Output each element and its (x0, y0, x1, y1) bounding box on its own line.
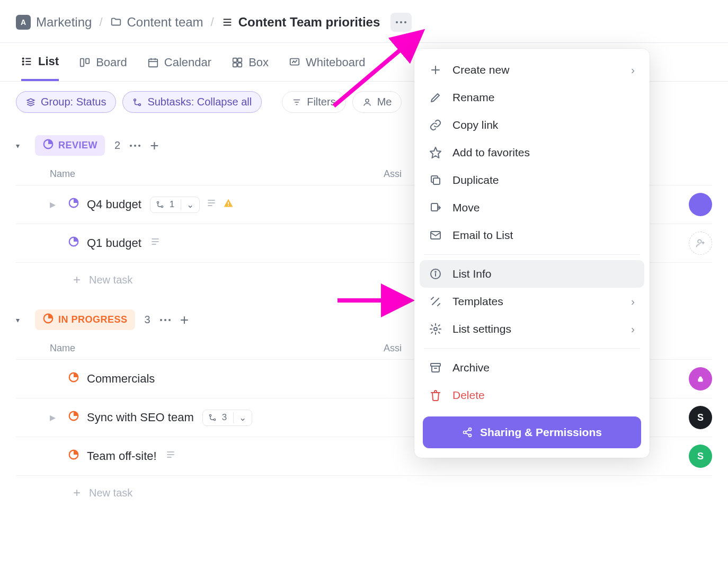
menu-item-move[interactable]: Move (414, 194, 650, 221)
chevron-right-icon: › (631, 295, 635, 308)
task-status-icon[interactable] (68, 236, 79, 251)
menu-item-email[interactable]: Email to List (414, 221, 650, 249)
task-status-icon[interactable] (68, 449, 79, 464)
svg-point-67 (469, 434, 472, 437)
svg-rect-63 (431, 363, 440, 366)
space-icon: A (16, 15, 31, 30)
gear-icon (429, 323, 442, 335)
task-name: Q4 budget (87, 198, 141, 211)
tab-label: Box (248, 56, 269, 69)
box-icon (232, 57, 243, 68)
tab-label: Board (96, 56, 127, 69)
svg-point-61 (435, 271, 436, 272)
svg-point-47 (209, 414, 211, 416)
tab-box[interactable]: Box (232, 56, 269, 80)
section-add-button[interactable]: + (150, 137, 158, 154)
svg-rect-33 (228, 202, 229, 204)
menu-item-settings[interactable]: List settings › (414, 315, 650, 343)
section-collapse-toggle[interactable]: ▾ (16, 316, 25, 324)
subtask-count-pill[interactable]: 3⌄ (202, 410, 252, 426)
menu-item-copylink[interactable]: Copy link (414, 111, 650, 139)
menu-separator (424, 348, 640, 349)
chevron-right-icon: › (631, 323, 635, 335)
sharing-permissions-label: Sharing & Permissions (480, 426, 602, 439)
breadcrumb-list[interactable]: Content Team priorities (221, 15, 380, 30)
svg-rect-34 (228, 205, 229, 206)
me-button[interactable]: Me (352, 91, 402, 113)
plus-icon (429, 64, 442, 76)
svg-line-69 (466, 433, 469, 434)
section-more-button[interactable] (160, 319, 171, 321)
col-name: Name (50, 343, 384, 354)
section-add-button[interactable]: + (180, 312, 189, 329)
status-label: IN PROGRESS (58, 314, 128, 325)
filter-icon (292, 97, 301, 107)
menu-item-label: Templates (452, 295, 503, 308)
new-task-button[interactable]: + New task (16, 476, 712, 510)
tab-label: Whiteboard (306, 56, 366, 69)
whiteboard-icon (289, 57, 300, 68)
menu-item-listinfo[interactable]: List Info (420, 260, 644, 288)
group-pill-label: Group: Status (41, 96, 106, 108)
tab-list[interactable]: List (21, 55, 59, 81)
menu-item-label: Move (452, 201, 480, 214)
list-more-button[interactable] (390, 13, 412, 32)
breadcrumb-folder[interactable]: Content team (110, 15, 203, 30)
status-label: REVIEW (58, 140, 97, 151)
breadcrumb-list-label: Content Team priorities (238, 15, 380, 30)
context-menu: Create new › Rename Copy link Add to fav… (414, 49, 650, 458)
menu-item-duplicate[interactable]: Duplicate (414, 166, 650, 194)
svg-rect-17 (233, 63, 237, 67)
link-icon (429, 119, 442, 131)
mail-icon (429, 229, 442, 242)
tab-whiteboard[interactable]: Whiteboard (289, 56, 366, 80)
svg-point-25 (366, 99, 369, 102)
assignee-avatar[interactable] (689, 193, 712, 216)
menu-item-label: List settings (452, 323, 511, 335)
tab-board[interactable]: Board (79, 56, 127, 80)
expand-toggle[interactable]: ▸ (50, 198, 60, 211)
assignee-avatar[interactable]: S (689, 406, 712, 429)
tab-calendar[interactable]: Calendar (147, 56, 211, 80)
tab-label: Calendar (164, 56, 211, 69)
task-status-icon[interactable] (68, 371, 79, 386)
subtasks-pill[interactable]: Subtasks: Collapse all (122, 91, 262, 113)
task-status-icon[interactable] (68, 197, 79, 212)
menu-item-label: Create new (452, 64, 509, 76)
menu-item-delete[interactable]: Delete (414, 381, 650, 409)
sharing-permissions-button[interactable]: Sharing & Permissions (423, 416, 641, 448)
status-badge[interactable]: REVIEW (35, 135, 105, 156)
assignee-avatar[interactable]: S (689, 445, 712, 468)
menu-item-create[interactable]: Create new › (414, 56, 650, 84)
list-icon (21, 56, 33, 67)
menu-item-archive[interactable]: Archive (414, 354, 650, 381)
chevron-right-icon: › (631, 64, 635, 76)
section-collapse-toggle[interactable]: ▾ (16, 141, 25, 150)
subtask-count-pill[interactable]: 1⌄ (150, 197, 200, 213)
menu-item-rename[interactable]: Rename (414, 84, 650, 111)
svg-point-65 (469, 428, 472, 431)
breadcrumb-space[interactable]: A Marketing (16, 15, 92, 30)
menu-item-templates[interactable]: Templates › (414, 288, 650, 315)
menu-item-favorite[interactable]: Add to favorites (414, 139, 650, 166)
breadcrumb-space-label: Marketing (36, 15, 92, 30)
subtask-count: 1 (170, 199, 174, 210)
svg-rect-16 (238, 58, 242, 62)
svg-rect-9 (81, 59, 84, 67)
status-badge[interactable]: IN PROGRESS (35, 309, 135, 330)
svg-rect-10 (86, 59, 89, 64)
svg-rect-18 (238, 63, 242, 67)
svg-point-62 (434, 327, 437, 331)
svg-point-29 (161, 206, 163, 207)
filters-button[interactable]: Filters (282, 91, 345, 113)
task-status-icon[interactable] (68, 410, 79, 425)
group-pill[interactable]: Group: Status (16, 91, 116, 113)
expand-toggle[interactable]: ▸ (50, 411, 60, 424)
assignee-empty[interactable] (689, 232, 712, 255)
menu-item-label: Rename (452, 91, 494, 104)
task-name: Team off-site! (87, 449, 157, 463)
plus-icon: + (73, 272, 81, 287)
section-more-button[interactable] (130, 145, 140, 147)
assignee-avatar[interactable] (689, 367, 712, 390)
menu-item-label: Duplicate (452, 174, 499, 187)
